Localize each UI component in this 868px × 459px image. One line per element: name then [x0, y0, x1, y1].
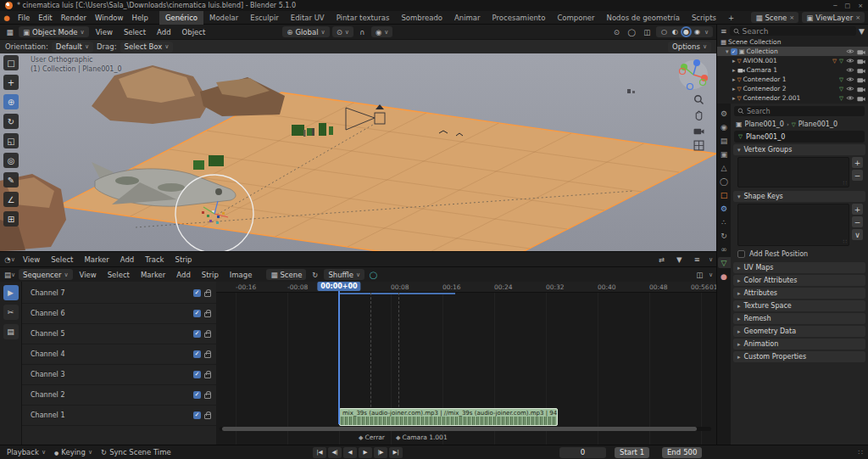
channel-lock-icon[interactable] — [204, 394, 211, 399]
hide-eye-icon[interactable] — [846, 58, 854, 64]
tab-object[interactable]: □ — [718, 189, 731, 200]
unlink-viewlayer-icon[interactable]: × — [855, 14, 860, 21]
chevron-down-icon[interactable]: ∨ — [709, 271, 713, 278]
channel-enable-checkbox[interactable]: ✓ — [193, 310, 201, 317]
vp-menu-select[interactable]: Select — [120, 28, 150, 36]
sequencer-display-mode-selector[interactable]: Sequencer ∨ — [19, 269, 73, 280]
expand-icon[interactable]: ▸ — [732, 95, 736, 102]
breadcrumb-object[interactable]: Plane001_0 — [745, 120, 784, 128]
seq-menu-image[interactable]: Image — [225, 271, 257, 279]
outliner-search-input[interactable]: Search — [730, 26, 857, 36]
playhead-time-badge[interactable]: 00:00+00 — [317, 282, 360, 291]
panel-vertex-groups[interactable]: ▾ Vertex Groups — [733, 144, 865, 155]
panel-remesh[interactable]: ▸ Remesh — [733, 313, 865, 324]
tool-select-box[interactable]: □ — [3, 55, 19, 70]
seq-tool-sample[interactable]: ▤ — [3, 324, 19, 339]
disable-render-icon[interactable] — [857, 86, 865, 92]
sequencer-timeline[interactable]: -00:16 -00:08 00:08 00:16 00:24 00:32 00… — [216, 282, 716, 445]
outliner-row-contenedor-2-001[interactable]: ▸ ▽ Contenedor 2.001 ▽ — [717, 93, 868, 103]
snap-toggle-button[interactable]: ∩ — [356, 26, 369, 37]
disable-render-icon[interactable] — [857, 67, 865, 74]
hide-eye-icon[interactable] — [846, 48, 854, 54]
tab-object-data[interactable]: ▽ — [718, 257, 731, 268]
channel-enable-checkbox[interactable]: ✓ — [193, 289, 201, 297]
panel-shape-keys[interactable]: ▾ Shape Keys — [733, 191, 865, 202]
tool-add-cube[interactable]: ⊞ — [3, 211, 19, 227]
add-vertex-group-button[interactable]: + — [852, 157, 863, 168]
timeline-scrollbar[interactable] — [220, 427, 711, 431]
audio-strip[interactable]: mix_39s (audio-joiner.com).mp3 | //mix_3… — [339, 408, 558, 426]
vp-menu-view[interactable]: View — [92, 28, 117, 36]
scrollbar-thumb[interactable] — [222, 427, 697, 431]
channel-row-7[interactable]: Channel 7 ✓ — [22, 283, 216, 304]
tab-scene[interactable]: △ — [718, 162, 731, 173]
overlay-toggle-button[interactable]: ◯ — [367, 269, 380, 280]
seq-menu-view[interactable]: View — [75, 271, 101, 279]
add-rest-position-row[interactable]: Add Rest Position — [737, 250, 861, 258]
properties-search-input[interactable]: Search — [734, 106, 865, 116]
channel-lock-icon[interactable] — [204, 312, 211, 317]
tool-cursor[interactable]: + — [3, 75, 19, 90]
seq-tool-select[interactable]: ▶ — [3, 285, 19, 300]
tab-view-layer[interactable]: ▣ — [718, 148, 731, 160]
menu-file[interactable]: File — [14, 14, 34, 22]
hide-eye-icon[interactable] — [846, 86, 854, 92]
hide-eye-icon[interactable] — [846, 76, 854, 82]
tab-render[interactable]: ◉ — [718, 121, 731, 132]
workspace-tab-modelar[interactable]: Modelar — [203, 11, 244, 25]
vp-menu-object[interactable]: Object — [178, 28, 210, 36]
blend-mode-selector[interactable]: Shuffle ∨ — [324, 269, 364, 280]
overlays-toggle-button[interactable]: ◯ — [626, 26, 638, 37]
editor-type-dopesheet-button[interactable]: ◔ ∨ — [3, 254, 16, 265]
dopesheet-menu-button[interactable]: ≡ — [691, 254, 704, 265]
disable-render-icon[interactable] — [857, 58, 865, 64]
channel-row-3[interactable]: Channel 3 ✓ — [22, 365, 216, 385]
seq-menu-marker[interactable]: Marker — [136, 271, 170, 279]
minimize-button[interactable]: ─ — [833, 3, 837, 9]
tab-world[interactable]: ◯ — [718, 176, 731, 187]
breadcrumb-data[interactable]: Plane001_0 — [798, 120, 837, 128]
panel-uv-maps[interactable]: ▸ UV Maps — [733, 262, 865, 273]
workspace-tab-esculpir[interactable]: Esculpir — [244, 11, 284, 25]
panel-color-attributes[interactable]: ▸ Color Attributes — [733, 275, 865, 286]
resize-grip-icon[interactable]: ∷ — [843, 238, 847, 245]
seq-view-options-button[interactable]: ◫ — [693, 269, 706, 280]
seq-menu-select[interactable]: Select — [103, 271, 134, 279]
channel-lock-icon[interactable] — [204, 373, 211, 378]
filter-button[interactable]: ▼ — [673, 254, 686, 265]
channel-row-1[interactable]: Channel 1 ✓ — [22, 406, 216, 426]
channel-row-4[interactable]: Channel 4 ✓ — [22, 344, 216, 365]
tab-material[interactable]: ● — [718, 271, 731, 282]
workspace-tab-scripts[interactable]: Scripts — [686, 11, 722, 25]
channel-lock-icon[interactable] — [204, 333, 211, 338]
timeline-marker-cerrar[interactable]: ◆ Cerrar — [359, 434, 385, 441]
tab-output[interactable]: ▤ — [718, 135, 731, 146]
ds-menu-track[interactable]: Track — [141, 255, 168, 264]
gizmos-toggle-button[interactable]: ⊙ — [610, 26, 623, 37]
panel-custom-properties[interactable]: ▸ Custom Properties — [733, 351, 865, 362]
options-dropdown[interactable]: Options ∨ — [668, 42, 711, 53]
shading-solid-button[interactable]: ◐ — [671, 28, 679, 36]
next-keyframe-button[interactable]: |▶ — [374, 447, 387, 458]
camera-view-icon[interactable] — [693, 126, 704, 135]
editor-type-sequencer-button[interactable]: ▤ ∨ — [3, 269, 16, 280]
data-name-field[interactable]: ▽ Plane001_0 — [734, 131, 865, 143]
strip-scene-selector[interactable]: ▦ Scene — [266, 269, 306, 280]
ds-menu-select[interactable]: Select — [47, 255, 77, 264]
workspace-tab-pintar-texturas[interactable]: Pintar texturas — [331, 11, 396, 25]
editor-type-viewport-button[interactable]: ▦ — [3, 26, 16, 37]
refresh-sequencer-button[interactable]: ↻ — [309, 269, 321, 280]
close-button[interactable]: × — [858, 3, 863, 9]
jump-to-end-button[interactable]: ▶| — [389, 447, 403, 458]
outliner-row-contenedor-1[interactable]: ▸ ▽ Contenedor 1 ▽ — [717, 75, 868, 84]
resize-grip-icon[interactable]: ∷ — [843, 180, 847, 187]
frame-end-field[interactable]: End 500 — [662, 447, 702, 458]
outliner-row-contenedor-2[interactable]: ▸ ▽ Contenedor 2 ▽ — [717, 84, 868, 93]
tab-constraints[interactable]: ∞ — [718, 243, 731, 255]
expand-icon[interactable]: ▸ — [732, 76, 736, 83]
distant-object[interactable] — [627, 89, 635, 93]
outliner-editor-icon[interactable]: ≡ — [721, 27, 727, 36]
scene-selector[interactable]: ▦ Scene × — [751, 12, 798, 23]
outliner-row-scene-collection[interactable]: ▦ Scene Collection — [717, 37, 868, 47]
shape-key-specials-button[interactable]: ∨ — [852, 229, 863, 240]
